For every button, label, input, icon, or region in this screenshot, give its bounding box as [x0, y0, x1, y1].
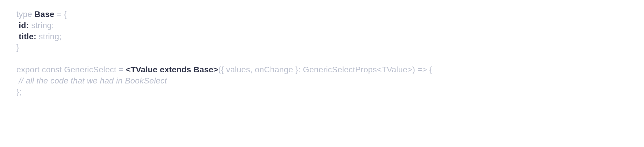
- generic-open: <TValue: [126, 65, 160, 74]
- extends-base: extends Base: [160, 65, 213, 74]
- blank-line: [16, 53, 628, 64]
- prop-id: id:: [19, 21, 29, 30]
- export-decl: export const GenericSelect =: [16, 65, 126, 74]
- prop-id-type: string;: [29, 21, 54, 30]
- code-block-2: export const GenericSelect = <TValue ext…: [16, 64, 628, 97]
- type-name-base: Base: [35, 10, 54, 19]
- prop-title-type: string;: [36, 32, 61, 41]
- brace-open: = {: [54, 10, 66, 19]
- fn-signature: ({ values, onChange }: GenericSelectProp…: [218, 65, 432, 74]
- generic-close: >: [213, 65, 218, 74]
- fn-close: };: [16, 87, 22, 96]
- comment: // all the code that we had in BookSelec…: [16, 76, 167, 85]
- code-block: type Base = { id: string; title: string;…: [16, 9, 628, 53]
- brace-close: }: [16, 43, 19, 52]
- keyword-type: type: [16, 10, 35, 19]
- prop-title: title:: [19, 32, 36, 41]
